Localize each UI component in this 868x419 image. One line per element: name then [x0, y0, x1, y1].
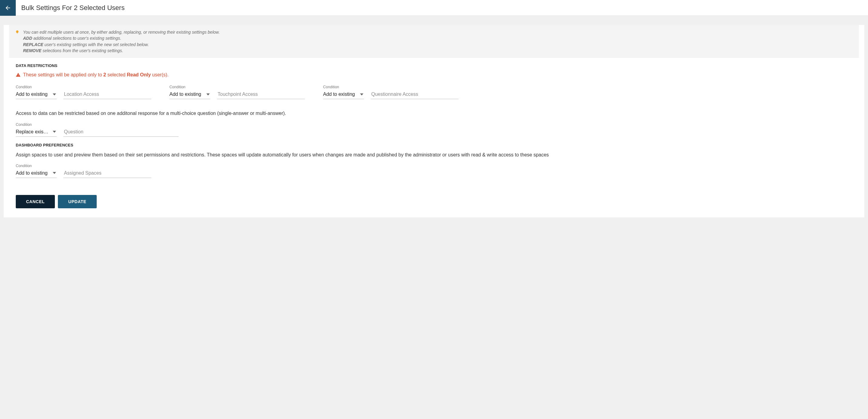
lightbulb-icon: [15, 30, 20, 54]
info-line-remove: REMOVE selections from the user's existi…: [23, 48, 220, 54]
touchpoint-access-input[interactable]: Touchpoint Access: [217, 90, 305, 99]
arrow-left-icon: [4, 4, 11, 11]
condition-label: Condition: [169, 85, 210, 89]
info-line-replace: REPLACE user's existing settings with th…: [23, 41, 220, 48]
warning-message: These settings will be applied only to 2…: [16, 72, 852, 78]
section-title-dashboard-preferences: DASHBOARD PREFERENCES: [16, 143, 852, 147]
location-access-input[interactable]: Location Access: [63, 90, 151, 99]
caret-down-icon: [360, 93, 363, 96]
settings-panel: You can edit multiple users at once, by …: [4, 25, 864, 217]
condition-label: Condition: [323, 85, 364, 89]
location-condition-select[interactable]: Add to existing: [16, 90, 57, 99]
question-input[interactable]: Question: [63, 127, 179, 137]
caret-down-icon: [53, 93, 56, 96]
cancel-button[interactable]: CANCEL: [16, 195, 55, 208]
page-title: Bulk Settings For 2 Selected Users: [21, 4, 125, 12]
warning-icon: [16, 72, 21, 77]
dashboard-help-text: Assign spaces to user and preview them b…: [16, 152, 852, 158]
condition-label: Condition: [16, 85, 57, 89]
touchpoint-condition-select[interactable]: Add to existing: [169, 90, 210, 99]
back-button[interactable]: [0, 0, 16, 16]
condition-label: Condition: [16, 164, 57, 168]
info-banner: You can edit multiple users at once, by …: [9, 25, 859, 58]
header-bar: Bulk Settings For 2 Selected Users: [0, 0, 868, 16]
question-condition-select[interactable]: Replace existi...: [16, 127, 57, 137]
caret-down-icon: [53, 171, 56, 175]
section-title-data-restrictions: DATA RESTRICTIONS: [16, 63, 852, 68]
info-line-add: ADD additional selections to user's exis…: [23, 35, 220, 41]
spaces-condition-select[interactable]: Add to existing: [16, 169, 57, 178]
assigned-spaces-input[interactable]: Assigned Spaces: [63, 169, 151, 178]
condition-label: Condition: [16, 122, 57, 127]
caret-down-icon: [207, 93, 210, 96]
info-body: You can edit multiple users at once, by …: [23, 29, 220, 54]
update-button[interactable]: UPDATE: [58, 195, 97, 208]
questionnaire-access-input[interactable]: Questionnaire Access: [371, 90, 459, 99]
info-line-1: You can edit multiple users at once, by …: [23, 29, 220, 35]
caret-down-icon: [53, 130, 56, 133]
questionnaire-condition-select[interactable]: Add to existing: [323, 90, 364, 99]
restriction-help-text: Access to data can be restricted based o…: [16, 110, 852, 117]
